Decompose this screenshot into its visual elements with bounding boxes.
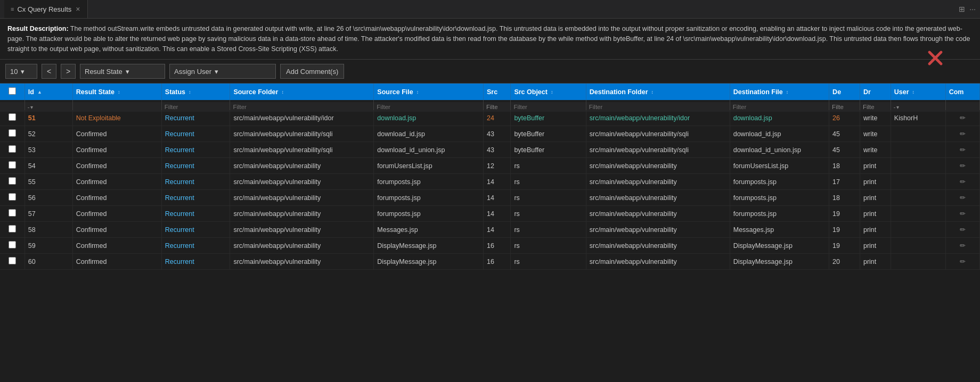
row-dest-file: download_id_union.jsp xyxy=(730,142,829,158)
header-src: Src xyxy=(483,84,510,100)
filter-state-input[interactable] xyxy=(76,104,159,110)
result-state-select[interactable]: Result State ▾ xyxy=(80,64,165,79)
row-de: 26 xyxy=(829,110,860,126)
row-checkbox[interactable] xyxy=(9,177,16,185)
filter-dfile-input[interactable] xyxy=(733,104,826,110)
select-all-checkbox[interactable] xyxy=(9,87,16,95)
row-checkbox-cell[interactable] xyxy=(0,110,24,126)
row-checkbox-cell[interactable] xyxy=(0,222,24,238)
row-user xyxy=(891,254,945,270)
row-user: KishorH xyxy=(891,110,945,126)
row-source-file: forumposts.jsp xyxy=(374,190,484,206)
row-checkbox[interactable] xyxy=(9,257,16,264)
header-checkbox-col[interactable] xyxy=(0,84,24,100)
row-checkbox[interactable] xyxy=(9,193,16,201)
filter-dfile-cell[interactable] xyxy=(730,102,829,112)
header-destination-file[interactable]: Destination File ↕ xyxy=(730,84,829,100)
cx-query-results-tab[interactable]: ≡ Cx Query Results × xyxy=(4,0,88,18)
filter-srcobj-cell[interactable] xyxy=(511,102,586,112)
row-checkbox[interactable] xyxy=(9,129,16,137)
row-checkbox[interactable] xyxy=(9,113,16,121)
header-source-file[interactable]: Source File ↕ xyxy=(374,84,484,100)
filter-dfolder-cell[interactable] xyxy=(586,102,730,112)
row-dest-folder: src/main/webapp/vulnerability/idor xyxy=(586,110,730,126)
filter-dfolder-input[interactable] xyxy=(589,104,727,110)
filter-status-input[interactable] xyxy=(165,104,227,110)
row-checkbox[interactable] xyxy=(9,161,16,169)
row-edit-icon[interactable]: ✏ xyxy=(945,254,979,270)
add-comment-button[interactable]: Add Comment(s) xyxy=(280,64,344,79)
filter-sfolder-input[interactable] xyxy=(233,104,371,110)
row-edit-icon[interactable]: ✏ xyxy=(945,206,979,222)
row-src-object: rs xyxy=(511,190,586,206)
row-de: 19 xyxy=(829,238,860,254)
row-src-object: byteBuffer xyxy=(511,142,586,158)
filter-sfile-input[interactable] xyxy=(377,104,480,110)
row-src: 14 xyxy=(483,206,510,222)
filter-sfile-cell[interactable] xyxy=(374,102,484,112)
row-dest-folder: src/main/webapp/vulnerability xyxy=(586,254,730,270)
row-edit-icon[interactable]: ✏ xyxy=(945,110,979,126)
row-checkbox[interactable] xyxy=(9,225,16,232)
header-destination-folder[interactable]: Destination Folder ↕ xyxy=(586,84,730,100)
row-dr: print xyxy=(860,174,891,190)
row-status: Recurrent xyxy=(161,222,230,238)
row-result-state: Confirmed xyxy=(72,222,161,238)
row-result-state: Confirmed xyxy=(72,174,161,190)
row-dr: print xyxy=(860,254,891,270)
row-checkbox-cell[interactable] xyxy=(0,238,24,254)
row-edit-icon[interactable]: ✏ xyxy=(945,238,979,254)
header-status[interactable]: Status ↕ xyxy=(161,84,230,100)
header-user[interactable]: User ↕ xyxy=(891,84,945,100)
row-checkbox-cell[interactable] xyxy=(0,142,24,158)
row-dest-file: forumposts.jsp xyxy=(730,206,829,222)
table-row: 52 Confirmed Recurrent src/main/webapp/v… xyxy=(0,126,980,142)
next-page-button[interactable]: > xyxy=(61,64,76,79)
row-source-file: forumposts.jsp xyxy=(374,206,484,222)
row-edit-icon[interactable]: ✏ xyxy=(945,126,979,142)
filter-status-cell[interactable] xyxy=(161,102,230,112)
assign-user-select[interactable]: Assign User ▾ xyxy=(169,64,276,79)
row-checkbox-cell[interactable] xyxy=(0,174,24,190)
row-edit-icon[interactable]: ✏ xyxy=(945,158,979,174)
row-dest-file: download.jsp xyxy=(730,110,829,126)
page-size-select[interactable]: 10 ▾ xyxy=(5,64,37,79)
row-checkbox-cell[interactable] xyxy=(0,158,24,174)
row-checkbox[interactable] xyxy=(9,145,16,153)
row-source-file: forumposts.jsp xyxy=(374,174,484,190)
row-checkbox-cell[interactable] xyxy=(0,126,24,142)
toolbar: 10 ▾ < > Result State ▾ Assign User ▾ Ad… xyxy=(0,60,980,84)
row-dest-folder: src/main/webapp/vulnerability xyxy=(586,174,730,190)
row-user xyxy=(891,238,945,254)
tab-close-button[interactable]: × xyxy=(75,4,81,14)
row-dr: print xyxy=(860,222,891,238)
header-id[interactable]: Id ▲ xyxy=(24,84,72,100)
header-source-folder[interactable]: Source Folder ↕ xyxy=(230,84,374,100)
row-checkbox[interactable] xyxy=(9,241,16,248)
row-edit-icon[interactable]: ✏ xyxy=(945,174,979,190)
row-checkbox[interactable] xyxy=(9,209,16,217)
filter-user-cell[interactable]: - ▾ xyxy=(891,102,945,112)
row-source-file: DisplayMessage.jsp xyxy=(374,254,484,270)
row-checkbox-cell[interactable] xyxy=(0,254,24,270)
filter-state-cell[interactable] xyxy=(72,102,161,112)
filter-srcobj-input[interactable] xyxy=(513,104,583,110)
row-checkbox-cell[interactable] xyxy=(0,206,24,222)
row-edit-icon[interactable]: ✏ xyxy=(945,222,979,238)
row-de: 17 xyxy=(829,174,860,190)
row-id: 54 xyxy=(24,158,72,174)
prev-page-button[interactable]: < xyxy=(42,64,56,79)
split-editor-icon[interactable]: ⊞ xyxy=(959,5,965,13)
filter-id-cell[interactable]: - ▾ xyxy=(24,102,72,112)
filter-sfolder-cell[interactable] xyxy=(230,102,374,112)
row-edit-icon[interactable]: ✏ xyxy=(945,142,979,158)
row-dr: write xyxy=(860,142,891,158)
row-source-folder: src/main/webapp/vulnerability xyxy=(230,238,374,254)
row-id: 58 xyxy=(24,222,72,238)
header-src-object[interactable]: Src Object ↕ xyxy=(511,84,586,100)
close-x-button[interactable] xyxy=(922,45,948,71)
more-actions-icon[interactable]: ··· xyxy=(969,5,976,13)
row-edit-icon[interactable]: ✏ xyxy=(945,190,979,206)
row-checkbox-cell[interactable] xyxy=(0,190,24,206)
header-result-state[interactable]: Result State ↕ xyxy=(72,84,161,100)
